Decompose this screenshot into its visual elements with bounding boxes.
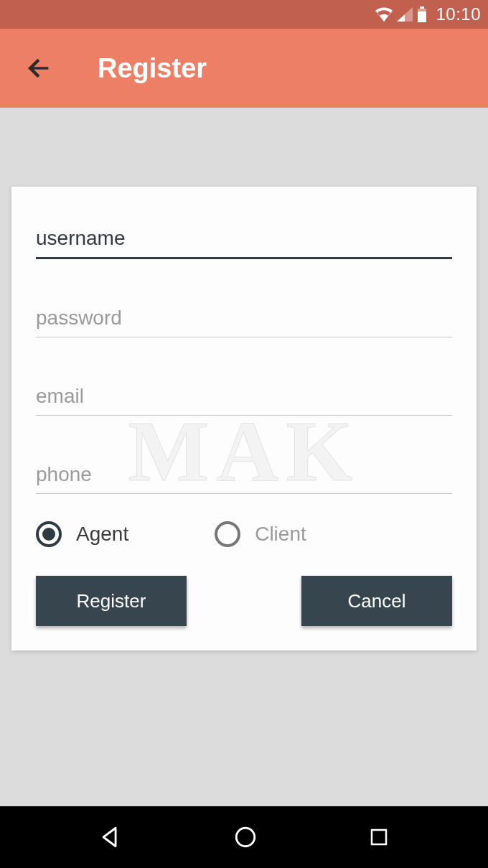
wifi-icon — [375, 7, 393, 22]
svg-rect-4 — [372, 830, 386, 844]
register-card: MAK Agent Client Register Cancel — [11, 187, 477, 650]
username-input[interactable] — [36, 214, 452, 259]
role-label: Client — [255, 523, 306, 546]
app-bar: Register — [0, 29, 488, 108]
status-time: 10:10 — [436, 4, 481, 24]
role-radio-group: Agent Client — [36, 521, 452, 547]
role-radio-agent[interactable]: Agent — [36, 521, 128, 547]
status-bar: 10:10 — [0, 0, 488, 29]
cellular-icon — [397, 7, 413, 22]
register-button[interactable]: Register — [36, 576, 187, 626]
cancel-button[interactable]: Cancel — [301, 576, 452, 626]
back-icon[interactable] — [24, 54, 53, 83]
battery-icon — [417, 6, 427, 22]
radio-selected-icon — [36, 521, 62, 547]
role-radio-client[interactable]: Client — [215, 521, 306, 547]
phone-input[interactable] — [36, 450, 452, 494]
nav-back-icon[interactable] — [98, 825, 123, 849]
svg-rect-0 — [420, 6, 424, 9]
nav-recents-icon[interactable] — [368, 826, 390, 848]
system-nav-bar — [0, 806, 488, 868]
role-label: Agent — [76, 523, 128, 546]
radio-unselected-icon — [215, 521, 240, 547]
svg-rect-2 — [418, 11, 426, 22]
nav-home-icon[interactable] — [233, 825, 258, 849]
email-input[interactable] — [36, 372, 452, 416]
svg-point-3 — [236, 828, 255, 846]
page-title: Register — [98, 53, 207, 84]
password-input[interactable] — [36, 294, 452, 337]
